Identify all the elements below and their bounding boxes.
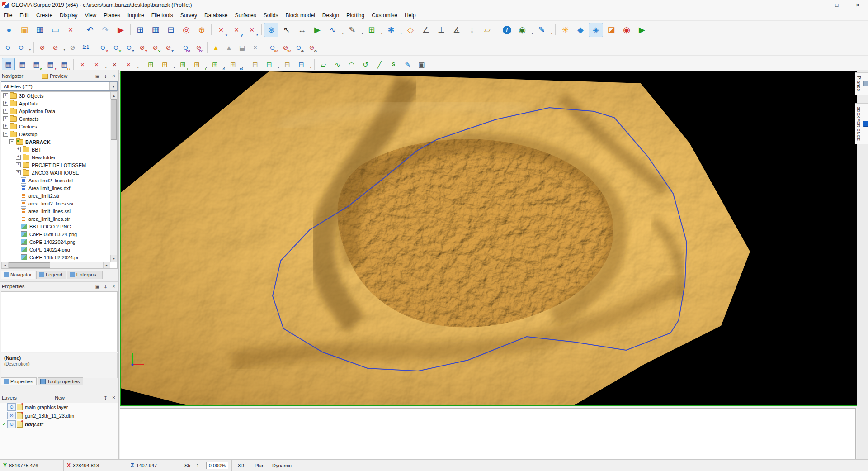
menu-display[interactable]: Display bbox=[56, 11, 81, 20]
menu-block-model[interactable]: Block model bbox=[282, 11, 318, 20]
chevron-down-icon[interactable]: ▾ bbox=[29, 48, 31, 52]
chevron-down-icon[interactable]: ▾ bbox=[381, 32, 382, 35]
menu-create[interactable]: Create bbox=[33, 11, 56, 20]
string-copy-icon[interactable]: ▦c bbox=[30, 58, 43, 71]
menu-inquire[interactable]: Inquire bbox=[124, 11, 148, 20]
string-number-field[interactable]: Str = 1 bbox=[181, 460, 203, 471]
tree-item[interactable]: +Contacts bbox=[1, 115, 110, 123]
expand-icon[interactable]: + bbox=[16, 147, 21, 152]
tree-item[interactable]: −BARRACK bbox=[1, 138, 110, 146]
menu-solids[interactable]: Solids bbox=[260, 11, 282, 20]
expand-icon[interactable]: + bbox=[3, 124, 8, 129]
menu-edit[interactable]: Edit bbox=[16, 11, 33, 20]
3d-viewport[interactable] bbox=[120, 71, 858, 406]
chevron-down-icon[interactable]: ▾ bbox=[342, 32, 344, 35]
expand-icon[interactable]: + bbox=[3, 101, 8, 106]
record-icon[interactable]: ◉ bbox=[619, 23, 634, 37]
info-icon[interactable]: i bbox=[500, 23, 514, 37]
expand-icon[interactable]: + bbox=[16, 170, 21, 175]
string-clean-icon[interactable]: ▦G bbox=[58, 58, 71, 71]
minimize-button[interactable] bbox=[806, 0, 826, 10]
hide-z-icon[interactable]: ⊘Z bbox=[162, 42, 175, 53]
statusbar-mode-dynamic[interactable]: Dynamic bbox=[269, 460, 295, 471]
close-panel-icon[interactable] bbox=[111, 395, 117, 401]
view-d1-icon[interactable]: ⊙D1 bbox=[179, 42, 192, 53]
move-to-layer-icon[interactable]: ⊞m▾ bbox=[226, 58, 244, 71]
hide-y-icon[interactable]: ⊘Y bbox=[149, 42, 161, 53]
tree-item[interactable]: +3D Objects bbox=[1, 92, 110, 100]
chevron-down-icon[interactable]: ▾ bbox=[278, 66, 279, 69]
tab-enterpris[interactable]: Enterpris.. bbox=[67, 271, 103, 279]
hexagon-grid-icon[interactable]: ◈ bbox=[589, 23, 603, 37]
copy-window-icon[interactable]: ▣ bbox=[415, 58, 428, 71]
view-all-icon[interactable]: ⊙ bbox=[2, 42, 14, 53]
side-tab-planes[interactable]: Planes bbox=[855, 72, 868, 95]
float-panel-icon[interactable] bbox=[94, 73, 100, 79]
layer-row[interactable]: ⊙main graphics layer bbox=[0, 403, 118, 411]
hexagon-icon[interactable]: ◆ bbox=[573, 23, 588, 37]
tree-item[interactable]: +BBT bbox=[1, 146, 110, 153]
view-x-icon[interactable]: ⊙X bbox=[97, 42, 109, 53]
spline-icon[interactable]: S bbox=[387, 58, 400, 71]
tree-item[interactable]: +Application Data bbox=[1, 107, 110, 115]
view-y-icon[interactable]: ⊙Y bbox=[110, 42, 122, 53]
traffic-light-icon[interactable]: ▤ bbox=[236, 42, 248, 53]
scroll-left-icon[interactable] bbox=[1, 262, 9, 269]
close-panel-icon[interactable] bbox=[111, 73, 117, 79]
break-line-icon[interactable]: ╱ bbox=[373, 58, 386, 71]
merge-layers-icon[interactable]: ⊟ bbox=[249, 58, 262, 71]
tab-tool-properties[interactable]: Tool properties bbox=[38, 377, 83, 385]
chevron-down-icon[interactable]: ▾ bbox=[223, 66, 225, 69]
append-layer-icon[interactable]: ⊞+ bbox=[176, 58, 189, 71]
tree-item[interactable]: area_limit_lines.str bbox=[1, 215, 110, 223]
delete-string-icon[interactable]: × bbox=[76, 58, 89, 71]
collapse-icon[interactable]: − bbox=[9, 139, 14, 144]
clear-markers-icon[interactable]: × bbox=[249, 42, 261, 53]
copy-to-layer-icon[interactable]: ⊞c▾ bbox=[208, 58, 226, 71]
smooth-string-icon[interactable]: ∿ bbox=[331, 58, 344, 71]
perpendicular-icon[interactable]: ⊥ bbox=[434, 23, 448, 37]
expand-icon[interactable]: + bbox=[16, 155, 21, 160]
statusbar-mode-plan[interactable]: Plan bbox=[250, 460, 269, 471]
tree-item[interactable]: +New folder bbox=[1, 153, 110, 161]
delete-segment-icon[interactable]: × bbox=[108, 58, 121, 71]
layer-visibility-icon[interactable]: ⊙ bbox=[7, 420, 16, 428]
measure-angle-icon[interactable]: ∡ bbox=[449, 23, 464, 37]
view-z-icon[interactable]: ⊙Z bbox=[123, 42, 135, 53]
tree-item[interactable]: Area limit2_lines.dxf bbox=[1, 176, 110, 184]
table-icon[interactable]: ▦ bbox=[148, 23, 163, 37]
chevron-down-icon[interactable]: ▾ bbox=[105, 66, 107, 69]
file-filter-combo[interactable]: All Files (.*.*) bbox=[1, 81, 118, 91]
layer-checkbox[interactable]: ✓ bbox=[1, 421, 7, 427]
layer-visibility-icon[interactable]: ⊙ bbox=[7, 403, 16, 411]
tree-item[interactable]: area_limit2_lines.ssi bbox=[1, 200, 110, 207]
menu-plotting[interactable]: Plotting bbox=[343, 11, 368, 20]
chevron-down-icon[interactable]: ▾ bbox=[361, 32, 363, 35]
pin-panel-icon[interactable] bbox=[103, 73, 108, 79]
window-icon[interactable]: ▭ bbox=[48, 23, 62, 37]
tab-legend[interactable]: Legend bbox=[36, 271, 66, 279]
hide-w-icon[interactable]: ⊘W bbox=[279, 42, 292, 53]
tree-horizontal-scrollbar[interactable] bbox=[1, 262, 110, 268]
string-table-icon[interactable]: ▦ bbox=[16, 58, 29, 71]
crosshair-icon[interactable]: ⊕ bbox=[194, 23, 209, 37]
rename-layer-icon[interactable]: ⊟ bbox=[281, 58, 294, 71]
menu-survey[interactable]: Survey bbox=[177, 11, 201, 20]
pin-panel-icon[interactable] bbox=[103, 395, 108, 401]
open-file-icon[interactable]: ▣ bbox=[17, 23, 32, 37]
expand-icon[interactable]: + bbox=[3, 109, 8, 114]
scroll-up-icon[interactable] bbox=[110, 92, 118, 99]
layer-row[interactable]: ✓⊙bdry.str bbox=[0, 420, 118, 428]
new-layer-button[interactable]: New bbox=[52, 395, 67, 400]
save-layer-icon[interactable]: ⊟▾ bbox=[295, 58, 312, 71]
hide-x-icon[interactable]: ⊘X bbox=[136, 42, 148, 53]
clear-y-icon[interactable]: ×y bbox=[229, 23, 244, 37]
close-panel-icon[interactable] bbox=[111, 284, 117, 290]
side-tab-3dexperience[interactable]: 3DEXPERIENCE bbox=[855, 103, 868, 145]
clear-z-icon[interactable]: ×z bbox=[245, 23, 259, 37]
select-cursor-icon[interactable]: ↖ bbox=[279, 23, 294, 37]
chevron-down-icon[interactable] bbox=[109, 82, 117, 90]
insert-layer-icon[interactable]: ⊞+▾ bbox=[190, 58, 208, 71]
chevron-down-icon[interactable]: ▾ bbox=[205, 66, 207, 69]
hide-d1-icon[interactable]: ⊘D1 bbox=[193, 42, 205, 53]
